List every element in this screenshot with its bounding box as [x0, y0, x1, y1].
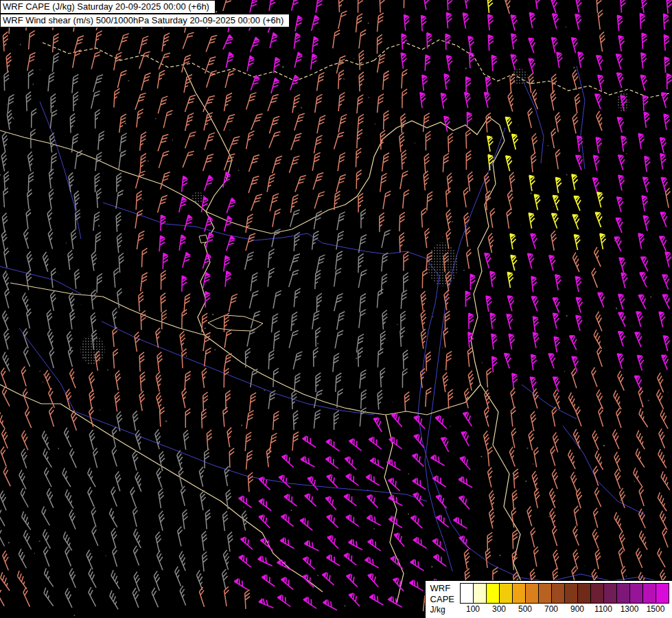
urban-area — [511, 69, 528, 85]
legend-swatch — [642, 583, 656, 604]
legend-model-label: WRF — [430, 583, 454, 594]
legend-label-column: WRF CAPE J/kg — [430, 583, 454, 617]
legend-swatch — [512, 583, 526, 604]
legend-swatch — [551, 583, 565, 604]
legend-swatch — [460, 583, 474, 604]
legend-swatch — [603, 583, 617, 604]
legend-swatch — [473, 583, 487, 604]
legend-tick: 100 — [466, 604, 480, 614]
legend-swatch — [577, 583, 591, 604]
legend-swatch — [486, 583, 500, 604]
legend-variable-label: CAPE — [430, 594, 454, 605]
legend-swatch — [656, 583, 669, 604]
legend-swatch — [616, 583, 630, 604]
legend-tick: 700 — [544, 604, 558, 614]
weather-map-app: WRF CAPE (J/kg) Saturday 20-09-2025 00:0… — [0, 0, 672, 618]
legend-units-label: J/kg — [430, 605, 454, 615]
legend-tick: 1300 — [621, 604, 639, 614]
cape-legend: WRF CAPE J/kg 10030050070090011001300150… — [425, 580, 672, 618]
legend-swatch — [538, 583, 552, 604]
map-title-wind-shear: WRF Wind shear (m/s) 500/1000hPa Saturda… — [0, 14, 290, 27]
legend-tick: 1500 — [647, 604, 665, 614]
legend-color-scale: 100300500700900110013001500 — [460, 583, 669, 617]
legend-swatch — [525, 583, 539, 604]
map-title-cape: WRF CAPE (J/kg) Saturday 20-09-2025 00:0… — [0, 0, 216, 14]
legend-swatch — [499, 583, 513, 604]
legend-tick-labels: 100300500700900110013001500 — [460, 604, 669, 614]
legend-tick: 900 — [570, 604, 584, 614]
legend-swatch — [590, 583, 604, 604]
legend-tick: 500 — [518, 604, 532, 614]
legend-swatch-row — [460, 583, 669, 604]
legend-tick: 1100 — [594, 604, 612, 614]
weather-map — [0, 0, 672, 618]
legend-swatch — [564, 583, 578, 604]
legend-swatch — [629, 583, 643, 604]
legend-tick: 300 — [492, 604, 506, 614]
urban-area — [428, 242, 458, 286]
lake — [199, 235, 208, 243]
